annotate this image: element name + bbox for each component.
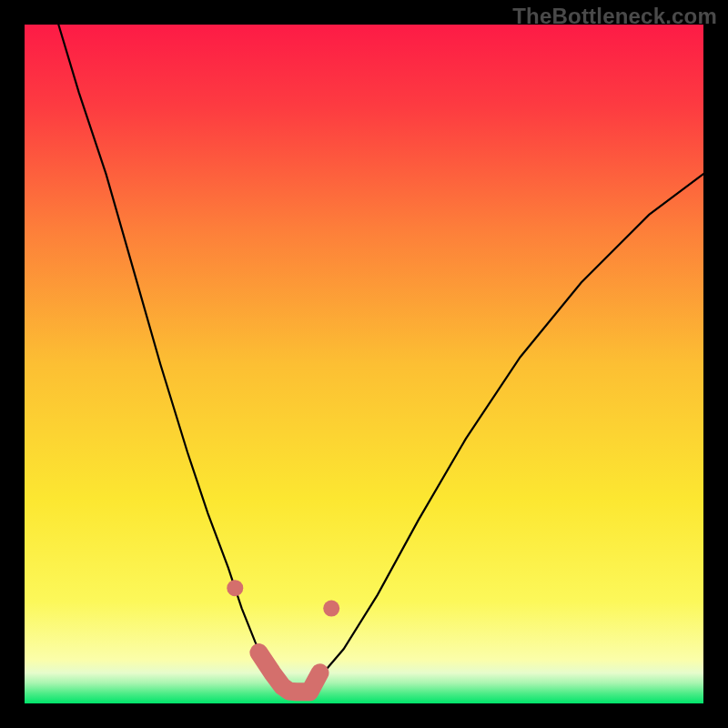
bottleneck-plot [25, 25, 703, 703]
marker-dot [323, 601, 339, 617]
plot-svg [25, 25, 703, 703]
chart-frame: TheBottleneck.com [0, 0, 728, 728]
gradient-background [25, 25, 703, 703]
marker-dot [227, 580, 243, 596]
watermark-text: TheBottleneck.com [512, 4, 717, 29]
